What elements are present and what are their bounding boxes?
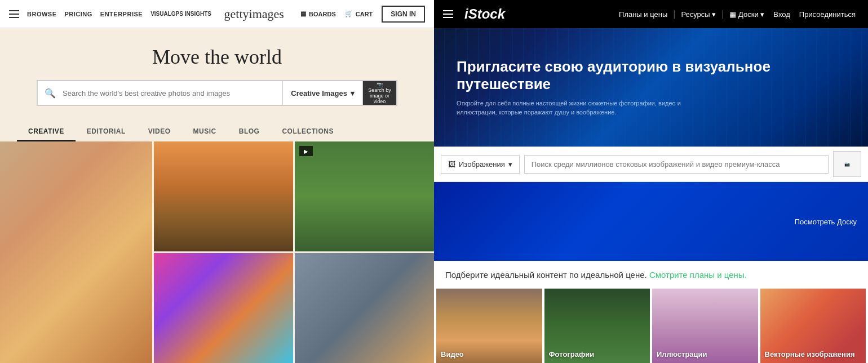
boards-label: Доски bbox=[738, 10, 759, 19]
boards-label: BOARDS bbox=[309, 11, 336, 17]
image-mosque[interactable] bbox=[154, 141, 293, 251]
istock-search-input[interactable] bbox=[524, 155, 829, 174]
tab-collections[interactable]: COLLECTIONS bbox=[271, 123, 345, 141]
tab-editorial[interactable]: EDITORIAL bbox=[76, 123, 137, 141]
category-photos[interactable]: Фотографии bbox=[544, 289, 650, 363]
tab-blog[interactable]: BLOG bbox=[228, 123, 271, 141]
images-icon: 🖼 bbox=[448, 160, 455, 169]
hamburger-icon[interactable] bbox=[9, 10, 19, 18]
search-by-image-label: Search by image or video bbox=[365, 87, 394, 104]
cart-icon: 🛒 bbox=[345, 10, 353, 17]
tab-video[interactable]: VIDEO bbox=[137, 123, 182, 141]
istock-panel: iStock Планы и цены | Ресурсы ▾ | ▦ Доск… bbox=[434, 0, 868, 363]
cart-link[interactable]: 🛒 CART bbox=[345, 10, 373, 17]
visual-gps-link[interactable]: VisualGPS INSIGHTS bbox=[150, 11, 211, 17]
tab-music[interactable]: MUSIC bbox=[182, 123, 228, 141]
cart-label: CART bbox=[356, 11, 373, 17]
category-vectors[interactable]: Векторные изображения bbox=[760, 289, 866, 363]
istock-search-area: 🖼 Изображения ▾ 📷 bbox=[434, 147, 868, 182]
istock-filter-dropdown[interactable]: 🖼 Изображения ▾ bbox=[441, 155, 520, 174]
istock-promo: Подберите идеальный контент по идеальной… bbox=[434, 261, 868, 289]
istock-blue-section: Посмотреть Доску bbox=[434, 182, 868, 261]
creative-images-dropdown[interactable]: Creative Images ▾ bbox=[282, 81, 362, 105]
search-icon: 🔍 bbox=[38, 88, 63, 99]
istock-join-link[interactable]: Присоединиться bbox=[796, 10, 859, 19]
image-couple[interactable] bbox=[0, 141, 152, 363]
enterprise-link[interactable]: ENTERPRISE bbox=[100, 11, 143, 17]
getty-hero: Move the world 🔍 Creative Images ▾ 📷 Sea… bbox=[0, 28, 434, 117]
resources-label: Ресурсы bbox=[681, 10, 710, 19]
istock-plans-link[interactable]: Планы и цены bbox=[615, 10, 671, 19]
istock-nav: iStock Планы и цены | Ресурсы ▾ | ▦ Доск… bbox=[434, 0, 868, 28]
tab-creative[interactable]: CREATIVE bbox=[17, 123, 76, 141]
filter-label: Изображения bbox=[459, 160, 505, 169]
sign-in-button[interactable]: SIGN IN bbox=[382, 6, 425, 23]
creative-images-label: Creative Images bbox=[291, 89, 347, 98]
getty-headline: Move the world bbox=[152, 45, 282, 69]
getty-nav: BROWSE PRICING ENTERPRISE VisualGPS INSI… bbox=[0, 0, 434, 28]
camera-icon: 📷 bbox=[377, 82, 383, 87]
video-badge: ▶ bbox=[299, 146, 313, 156]
image-cyclists[interactable]: ▶ bbox=[295, 141, 434, 251]
istock-logo: iStock bbox=[464, 6, 505, 22]
getty-nav-left: BROWSE PRICING ENTERPRISE VisualGPS INSI… bbox=[9, 10, 211, 18]
category-photo-label: Фотографии bbox=[549, 350, 595, 358]
category-illustration-label: Иллюстрации bbox=[657, 350, 707, 358]
image-worker[interactable] bbox=[295, 253, 434, 363]
getty-logo: gettyimages bbox=[224, 7, 284, 21]
getty-search-bar: 🔍 Creative Images ▾ 📷 Search by image or… bbox=[37, 80, 397, 106]
istock-hero: Пригласите свою аудиторию в визуальное п… bbox=[434, 28, 868, 147]
promo-link[interactable]: Смотрите планы и цены. bbox=[649, 270, 747, 280]
browse-link[interactable]: BROWSE bbox=[27, 11, 57, 17]
istock-hero-subtitle: Откройте для себя полные настоящей жизни… bbox=[457, 99, 716, 117]
resources-chevron-icon: ▾ bbox=[712, 10, 716, 19]
camera-icon: 📷 bbox=[844, 162, 850, 167]
search-by-image-button[interactable]: 📷 Search by image or video bbox=[362, 81, 396, 105]
istock-hero-title: Пригласите свою аудиторию в визуальное п… bbox=[457, 58, 845, 93]
category-illustrations[interactable]: Иллюстрации bbox=[652, 289, 758, 363]
istock-search-by-image-button[interactable]: 📷 bbox=[833, 151, 861, 177]
getty-panel: BROWSE PRICING ENTERPRISE VisualGPS INSI… bbox=[0, 0, 434, 363]
getty-search-input[interactable] bbox=[63, 89, 282, 98]
istock-signin-link[interactable]: Вход bbox=[770, 10, 793, 19]
boards-link[interactable]: ▦ BOARDS bbox=[300, 10, 336, 17]
boards-icon: ▦ bbox=[729, 10, 736, 19]
filter-chevron-icon: ▾ bbox=[508, 160, 512, 169]
istock-nav-links: Планы и цены | Ресурсы ▾ | ▦ Доски ▾ Вхо… bbox=[615, 9, 859, 19]
view-board-button[interactable]: Посмотреть Доску bbox=[795, 218, 857, 226]
image-spikes[interactable] bbox=[154, 253, 293, 363]
chevron-down-icon: ▾ bbox=[351, 89, 355, 98]
istock-categories: Видео Фотографии Иллюстрации Векторные и… bbox=[434, 289, 868, 363]
category-vector-label: Векторные изображения bbox=[765, 350, 855, 358]
getty-image-grid: ▶ bbox=[0, 141, 434, 363]
category-video-label: Видео bbox=[441, 350, 464, 358]
promo-text: Подберите идеальный контент по идеальной… bbox=[445, 270, 647, 280]
getty-nav-right: ▦ BOARDS 🛒 CART SIGN IN bbox=[300, 6, 425, 23]
category-video[interactable]: Видео bbox=[436, 289, 542, 363]
boards-chevron-icon: ▾ bbox=[760, 10, 764, 19]
istock-boards-link[interactable]: ▦ Доски ▾ bbox=[726, 10, 768, 19]
istock-hamburger-icon[interactable] bbox=[443, 10, 453, 18]
istock-resources-link[interactable]: Ресурсы ▾ bbox=[677, 10, 719, 19]
boards-icon: ▦ bbox=[300, 10, 306, 17]
pricing-link[interactable]: PRICING bbox=[65, 11, 92, 17]
getty-tabs: CREATIVE EDITORIAL VIDEO MUSIC BLOG COLL… bbox=[0, 117, 434, 141]
